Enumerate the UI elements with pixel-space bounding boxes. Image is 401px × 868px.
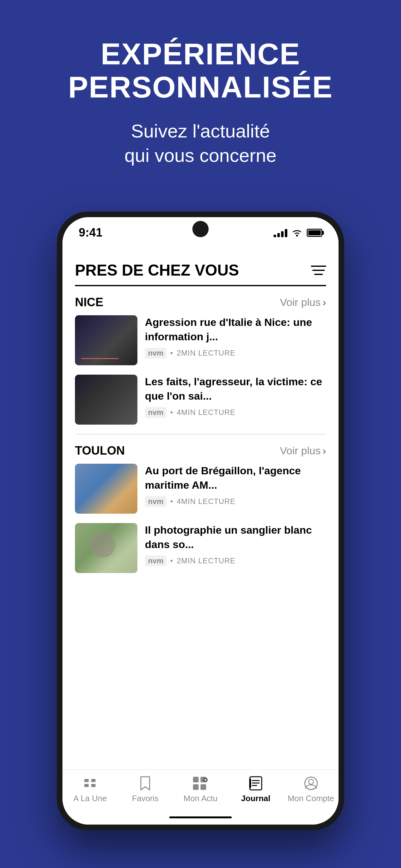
nav-item-favoris[interactable]: Favoris <box>118 776 173 803</box>
bookmark-icon <box>136 776 154 790</box>
news-headline: Les faits, l'agresseur, la victime: ce q… <box>145 375 326 403</box>
news-thumbnail-4 <box>75 523 137 573</box>
news-headline: Il photographie un sanglier blanc dans s… <box>145 523 326 552</box>
news-read-time: 2MIN LECTURE <box>177 349 235 358</box>
news-source: nvm <box>145 348 166 359</box>
section-title: PRES DE CHEZ VOUS <box>75 261 239 279</box>
news-item[interactable]: Agression rue d'Italie à Nice: une infor… <box>75 315 326 365</box>
nav-label-favoris: Favoris <box>132 794 159 803</box>
svg-rect-10 <box>193 784 199 790</box>
news-dot: • <box>170 349 173 358</box>
news-headline: Agression rue d'Italie à Nice: une infor… <box>145 315 326 344</box>
svg-point-21 <box>308 779 313 784</box>
svg-rect-19 <box>249 779 251 788</box>
svg-rect-5 <box>84 784 89 787</box>
signal-bars-icon <box>274 228 287 237</box>
status-time: 9:41 <box>79 226 102 239</box>
phone-screen: 9:41 <box>63 217 338 825</box>
home-icon <box>81 776 99 790</box>
bottom-nav: A La Une Favoris <box>63 770 338 813</box>
news-source: nvm <box>145 407 166 418</box>
city-name-toulon: TOULON <box>75 444 125 458</box>
news-dot: • <box>170 556 173 565</box>
section-header: PRES DE CHEZ VOUS <box>63 261 338 286</box>
nav-item-monactu[interactable]: Mon Actu <box>173 776 228 803</box>
city-name-nice: NICE <box>75 296 103 309</box>
wifi-icon <box>292 228 302 237</box>
user-icon <box>302 776 320 790</box>
hero-section: EXPÉRIENCE PERSONNALISÉE Suivez l'actual… <box>0 0 401 187</box>
svg-rect-8 <box>193 777 199 782</box>
svg-point-0 <box>296 235 298 237</box>
nav-item-journal[interactable]: Journal <box>228 776 283 803</box>
news-dot: • <box>170 497 173 506</box>
news-source: nvm <box>145 556 166 566</box>
news-meta: nvm • 2MIN LECTURE <box>145 556 326 566</box>
nav-label-moncompte: Mon Compte <box>288 794 334 803</box>
news-item[interactable]: Les faits, l'agresseur, la victime: ce q… <box>75 375 326 425</box>
news-meta: nvm • 4MIN LECTURE <box>145 496 326 507</box>
battery-icon <box>307 229 322 237</box>
news-text-1: Agression rue d'Italie à Nice: une infor… <box>145 315 326 359</box>
svg-rect-11 <box>201 784 206 790</box>
journal-icon <box>247 776 265 790</box>
news-item[interactable]: Il photographie un sanglier blanc dans s… <box>75 523 326 573</box>
app-content[interactable]: PRES DE CHEZ VOUS NICE <box>63 243 338 770</box>
news-source: nvm <box>145 496 166 507</box>
svg-rect-7 <box>91 784 96 787</box>
news-thumbnail-1 <box>75 315 137 365</box>
home-indicator <box>169 816 232 818</box>
news-read-time: 4MIN LECTURE <box>177 408 235 417</box>
svg-rect-4 <box>84 779 89 782</box>
filter-icon[interactable] <box>311 264 326 276</box>
nav-label-monactu: Mon Actu <box>183 794 218 803</box>
news-thumbnail-3 <box>75 464 137 514</box>
voir-plus-toulon[interactable]: Voir plus › <box>280 445 326 457</box>
news-item[interactable]: Au port de Brégaillon, l'agence maritime… <box>75 464 326 514</box>
news-text-3: Au port de Brégaillon, l'agence maritime… <box>145 464 326 507</box>
hero-title: EXPÉRIENCE PERSONNALISÉE <box>0 37 401 103</box>
grid-icon <box>192 776 209 790</box>
news-dot: • <box>170 408 173 417</box>
news-thumbnail-2 <box>75 375 137 425</box>
news-read-time: 4MIN LECTURE <box>177 497 235 506</box>
hero-subtitle: Suivez l'actualité qui vous concerne <box>100 119 302 168</box>
news-text-4: Il photographie un sanglier blanc dans s… <box>145 523 326 566</box>
city-header-toulon: TOULON Voir plus › <box>75 444 326 458</box>
camera-notch <box>192 221 209 237</box>
voir-plus-nice[interactable]: Voir plus › <box>280 296 326 308</box>
page-background: EXPÉRIENCE PERSONNALISÉE Suivez l'actual… <box>0 0 401 868</box>
svg-rect-6 <box>91 779 96 782</box>
phone-container: 9:41 <box>57 212 344 830</box>
city-section-toulon: TOULON Voir plus › A <box>63 444 338 573</box>
news-text-2: Les faits, l'agresseur, la victime: ce q… <box>145 375 326 418</box>
phone-frame: 9:41 <box>57 212 344 830</box>
news-read-time: 2MIN LECTURE <box>177 556 235 565</box>
city-divider <box>75 434 326 435</box>
nav-label-journal: Journal <box>241 794 270 803</box>
news-meta: nvm • 2MIN LECTURE <box>145 348 326 359</box>
nav-item-aalaune[interactable]: A La Une <box>63 776 118 803</box>
nav-label-aalaune: A La Une <box>73 794 107 803</box>
news-meta: nvm • 4MIN LECTURE <box>145 407 326 418</box>
city-section-nice: NICE Voir plus › Agr <box>63 296 338 425</box>
news-headline: Au port de Brégaillon, l'agence maritime… <box>145 464 326 492</box>
nav-item-moncompte[interactable]: Mon Compte <box>283 776 338 803</box>
city-header-nice: NICE Voir plus › <box>75 296 326 309</box>
status-icons <box>274 228 322 237</box>
